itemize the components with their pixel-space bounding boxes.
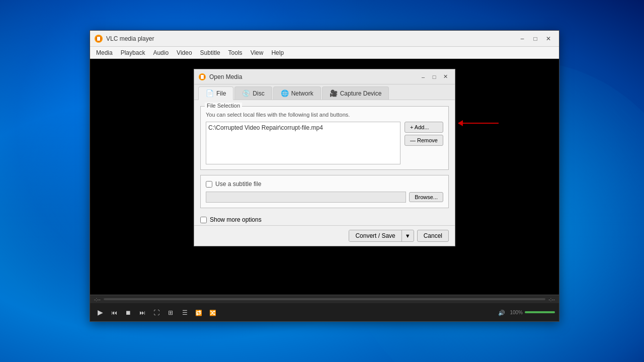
dialog-maximize-button[interactable]: □: [429, 72, 440, 81]
menu-help[interactable]: Help: [267, 48, 288, 57]
dialog-footer: Convert / Save ▼ Cancel: [194, 225, 455, 246]
show-more-checkbox[interactable]: [200, 217, 207, 223]
remove-button[interactable]: — Remove: [405, 135, 443, 146]
maximize-button[interactable]: □: [529, 33, 542, 44]
disc-tab-icon: 💿: [242, 89, 250, 97]
file-selection-section: File Selection You can select local file…: [200, 106, 449, 170]
fullscreen-button[interactable]: [150, 306, 163, 318]
progress-bar-area: -:-- -:--: [90, 295, 559, 303]
vlc-menubar: Media Playback Audio Video Subtitle Tool…: [90, 47, 559, 59]
volume-area: 100%: [496, 306, 555, 318]
volume-icon: [498, 308, 505, 316]
vlc-window: VLC media player – □ ✕ Media Playback Au…: [90, 30, 559, 322]
arrow-line: [458, 123, 499, 124]
convert-dropdown-button[interactable]: ▼: [402, 231, 414, 241]
tab-network[interactable]: 🌐 Network: [273, 86, 321, 100]
vlc-icon: [94, 34, 103, 43]
volume-percent: 100%: [510, 310, 523, 315]
next-icon: [139, 308, 145, 316]
show-more-row: Show more options: [194, 214, 455, 225]
time-end: -:--: [548, 297, 555, 302]
dialog-close-button[interactable]: ✕: [440, 72, 451, 81]
play-button[interactable]: [94, 306, 106, 318]
play-icon: [98, 308, 103, 316]
cancel-label: Cancel: [424, 232, 442, 239]
subtitle-input-row: Browse...: [206, 192, 443, 203]
stop-icon: [125, 308, 131, 316]
tab-file-label: File: [216, 90, 226, 97]
network-tab-icon: 🌐: [281, 89, 289, 97]
show-more-label[interactable]: Show more options: [210, 216, 262, 223]
fullscreen-icon: [153, 308, 159, 316]
tab-disc[interactable]: 💿 Disc: [234, 86, 272, 100]
capture-tab-icon: 🎥: [330, 89, 338, 97]
section-label-file: File Selection: [205, 103, 242, 109]
menu-tools[interactable]: Tools: [224, 48, 247, 57]
file-tab-icon: 📄: [206, 89, 214, 97]
extend-icon: [168, 308, 173, 316]
dialog-body: File Selection You can select local file…: [194, 100, 455, 214]
volume-button[interactable]: [496, 306, 508, 318]
add-button[interactable]: + Add...: [405, 122, 443, 133]
tab-network-label: Network: [291, 90, 313, 97]
tabs-bar: 📄 File 💿 Disc 🌐 Network 🎥 Capture Device: [194, 84, 455, 100]
control-buttons: 100%: [90, 303, 559, 321]
arrow-head: [458, 120, 463, 126]
subtitle-label[interactable]: Use a subtitle file: [215, 180, 261, 188]
subtitle-checkbox-row: Use a subtitle file: [206, 180, 443, 188]
extend-button[interactable]: [165, 306, 177, 318]
convert-save-label: Convert / Save: [355, 232, 395, 239]
menu-view[interactable]: View: [247, 48, 268, 57]
prev-button[interactable]: [108, 306, 120, 318]
browse-button[interactable]: Browse...: [409, 192, 443, 202]
cancel-button[interactable]: Cancel: [417, 230, 449, 242]
prev-icon: [111, 308, 117, 316]
dialog-minimize-button[interactable]: –: [418, 72, 429, 81]
shuffle-icon: [209, 308, 216, 316]
volume-bar[interactable]: [525, 311, 555, 313]
tab-file[interactable]: 📄 File: [198, 86, 233, 100]
menu-media[interactable]: Media: [92, 48, 117, 57]
progress-track[interactable]: [104, 298, 545, 300]
file-list[interactable]: C:\Corrupted Video Repair\corrupt-file.m…: [206, 122, 400, 164]
svg-rect-2: [97, 37, 100, 41]
playlist-button[interactable]: [179, 306, 191, 318]
vlc-controls: -:-- -:--: [90, 295, 559, 321]
menu-subtitle[interactable]: Subtitle: [196, 48, 224, 57]
dialog-title: Open Media: [209, 73, 418, 80]
file-buttons: + Add... — Remove: [405, 122, 443, 164]
svg-rect-5: [201, 75, 204, 79]
tab-capture-label: Capture Device: [340, 90, 382, 97]
menu-audio[interactable]: Audio: [149, 48, 173, 57]
subtitle-section: Use a subtitle file Browse...: [200, 175, 449, 208]
close-button[interactable]: ✕: [542, 33, 555, 44]
file-selection-desc: You can select local files with the foll…: [206, 112, 443, 118]
shuffle-button[interactable]: [207, 306, 219, 318]
playlist-icon: [182, 308, 188, 316]
subtitle-file-input[interactable]: [206, 192, 406, 203]
menu-video[interactable]: Video: [173, 48, 196, 57]
loop-button[interactable]: [193, 306, 205, 318]
volume-fill: [525, 311, 555, 313]
dialog-overlay: Open Media – □ ✕ 📄 File 💿 Disc: [90, 59, 559, 295]
dialog-vlc-icon: [198, 73, 206, 81]
subtitle-checkbox[interactable]: [206, 181, 212, 188]
add-button-label: + Add...: [410, 124, 429, 130]
tab-capture[interactable]: 🎥 Capture Device: [322, 86, 389, 100]
menu-playback[interactable]: Playback: [117, 48, 149, 57]
loop-icon: [195, 308, 202, 316]
file-input-row: C:\Corrupted Video Repair\corrupt-file.m…: [206, 122, 443, 164]
vlc-title: VLC media player: [106, 35, 516, 42]
annotation-arrow: [458, 123, 499, 124]
next-button[interactable]: [136, 306, 148, 318]
dialog-titlebar: Open Media – □ ✕: [194, 69, 455, 84]
browse-button-label: Browse...: [415, 194, 438, 200]
convert-save-button[interactable]: Convert / Save: [349, 230, 401, 241]
file-path-entry: C:\Corrupted Video Repair\corrupt-file.m…: [208, 124, 323, 131]
convert-save-button-group: Convert / Save ▼: [349, 230, 414, 242]
vlc-titlebar: VLC media player – □ ✕: [90, 31, 559, 47]
vlc-content-area: Open Media – □ ✕ 📄 File 💿 Disc: [90, 59, 559, 295]
minimize-button[interactable]: –: [516, 33, 529, 44]
open-media-dialog: Open Media – □ ✕ 📄 File 💿 Disc: [194, 69, 455, 246]
stop-button[interactable]: [122, 306, 134, 318]
